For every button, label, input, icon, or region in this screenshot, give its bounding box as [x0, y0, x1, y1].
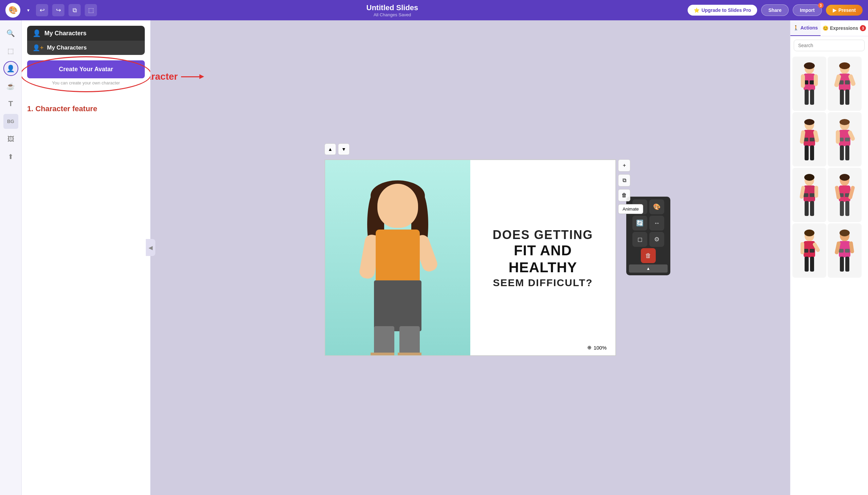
undo-button[interactable]: ↩ [36, 4, 48, 16]
char-thumb-svg-1 [798, 62, 821, 106]
sidebar-item-text[interactable]: T [3, 96, 18, 111]
settings-tool-btn[interactable]: ⚙ [649, 232, 664, 247]
char-grid-row-4 [793, 223, 866, 278]
share-button[interactable]: Share [761, 4, 789, 16]
char-grid-row-2 [793, 112, 866, 167]
svg-point-1 [804, 62, 815, 69]
copy-button[interactable]: ⧉ [68, 4, 81, 16]
svg-rect-16 [840, 89, 844, 105]
svg-rect-59 [801, 242, 804, 254]
char-thumb-1[interactable] [793, 57, 826, 111]
sidebar-item-search[interactable]: 🔍 [3, 26, 18, 41]
my-characters-label: My Characters [45, 30, 86, 37]
svg-rect-39 [804, 193, 808, 197]
present-button[interactable]: ▶ Present [826, 5, 863, 16]
topbar: 🎨 ▾ ↩ ↪ ⧉ ⬚ Untitled Slides All Changes … [0, 0, 868, 20]
char-thumb-svg-3 [798, 117, 821, 161]
svg-rect-70 [840, 257, 844, 272]
svg-rect-7 [805, 89, 809, 105]
char-thumb-svg-6 [833, 173, 856, 217]
char-thumb-svg-2 [833, 62, 856, 106]
char-thumb-3[interactable] [793, 112, 826, 167]
svg-rect-31 [845, 138, 850, 141]
characters-grid [790, 55, 868, 495]
svg-rect-40 [810, 193, 814, 197]
svg-rect-8 [810, 89, 814, 105]
slide-text-line3: SEEM DIFFICULT? [480, 276, 605, 289]
delete-element-button[interactable]: 🗑 [618, 189, 630, 201]
svg-rect-53 [845, 201, 849, 216]
play-icon: ▶ [833, 7, 836, 13]
char-thumb-8[interactable] [828, 223, 862, 278]
app-logo[interactable]: 🎨 [5, 3, 20, 18]
char-leg-left [374, 326, 394, 356]
svg-rect-26 [810, 146, 814, 160]
tab-actions[interactable]: 🚶 Actions [790, 20, 820, 36]
sidebar-item-coffee[interactable]: ☕ [3, 79, 18, 93]
my-chars-icon2: 👤+ [33, 44, 44, 52]
animate-button[interactable]: Animate [618, 204, 643, 214]
slide-frame: DOES GETTING FIT AND HEALTHY SEEM DIFFIC… [324, 159, 616, 356]
svg-point-19 [804, 119, 814, 125]
svg-rect-13 [845, 80, 850, 84]
redo-button[interactable]: ↪ [52, 4, 64, 16]
upgrade-button[interactable]: ⭐ Upgrade to Slides Pro [687, 5, 757, 16]
tab-expressions[interactable]: 😊 Expressions 3 [820, 20, 868, 36]
delete-tool-btn[interactable]: 🗑 [641, 248, 656, 263]
char-thumb-5[interactable] [793, 168, 826, 222]
import-button[interactable]: Import 3 [793, 4, 822, 16]
svg-rect-6 [814, 74, 818, 86]
svg-point-28 [839, 119, 850, 125]
svg-rect-34 [840, 146, 844, 160]
sidebar-item-badge[interactable]: BG [3, 114, 18, 129]
slide-left-area [325, 160, 470, 356]
sidebar-item-character[interactable]: 👤 [3, 61, 18, 76]
annotation-text: 2. Click to create own character [151, 71, 178, 82]
char-thumb-6[interactable] [828, 168, 862, 222]
search-input[interactable] [794, 40, 865, 51]
float-toolbar-toggle[interactable]: ▲ [629, 264, 668, 273]
zoom-bar: ⊕ 100% [583, 343, 611, 352]
svg-rect-67 [845, 249, 850, 253]
svg-point-10 [839, 62, 850, 69]
slide-tool-up[interactable]: ▲ [324, 143, 336, 155]
my-characters-header[interactable]: 👤 My Characters [27, 26, 145, 41]
character-figure [360, 181, 435, 356]
color-tool-btn[interactable]: 🎨 [649, 199, 664, 214]
svg-rect-66 [839, 249, 844, 253]
logo-dropdown[interactable]: ▾ [24, 6, 32, 14]
add-element-button[interactable]: + [618, 159, 630, 172]
replay-tool-btn[interactable]: 🔄 [632, 216, 647, 231]
char-thumb-svg-5 [798, 173, 821, 217]
slide-title[interactable]: Untitled Slides [101, 3, 683, 12]
visibility-tool-btn[interactable]: ◻ [632, 232, 647, 247]
char-thumb-4[interactable] [828, 112, 862, 167]
char-grid-row-3 [793, 168, 866, 222]
mirror-tool-btn[interactable]: ↔ [649, 216, 664, 231]
slide-tool-down[interactable]: ▼ [338, 143, 350, 155]
char-thumb-2[interactable] [828, 57, 862, 111]
zoom-level: 100% [594, 345, 607, 351]
slide-right-area: DOES GETTING FIT AND HEALTHY SEEM DIFFIC… [470, 160, 615, 356]
slide-toolbar: ▲ ▼ [324, 142, 616, 156]
char-feature-label: 1. Character feature [27, 102, 145, 116]
create-avatar-button[interactable]: Create Your Avatar [27, 61, 145, 78]
right-panel-tabs: 🚶 Actions 😊 Expressions 3 [790, 20, 868, 36]
svg-rect-61 [805, 257, 809, 272]
sidebar-item-upload[interactable]: ⬆ [3, 149, 18, 164]
duplicate-element-button[interactable]: ⧉ [618, 174, 630, 186]
panel-collapse-button[interactable]: ◀ [146, 239, 155, 256]
slide-text-line1: DOES GETTING [480, 227, 605, 242]
char-thumb-7[interactable] [793, 223, 826, 278]
create-avatar-section: Create Your Avatar You can create your o… [27, 61, 145, 85]
zoom-icon[interactable]: ⊕ [587, 344, 592, 351]
svg-rect-42 [814, 186, 818, 198]
save-status: All Changes Saved [101, 12, 683, 17]
frame-button[interactable]: ⬚ [85, 4, 97, 16]
svg-rect-57 [804, 249, 808, 253]
sidebar-item-photo[interactable]: 🖼 [3, 132, 18, 147]
my-characters-subheader[interactable]: 👤+ My Characters [27, 41, 145, 55]
sidebar-item-slides[interactable]: ⬚ [3, 44, 18, 58]
main-canvas: ▲ ▼ [151, 20, 790, 495]
svg-rect-71 [845, 257, 849, 272]
